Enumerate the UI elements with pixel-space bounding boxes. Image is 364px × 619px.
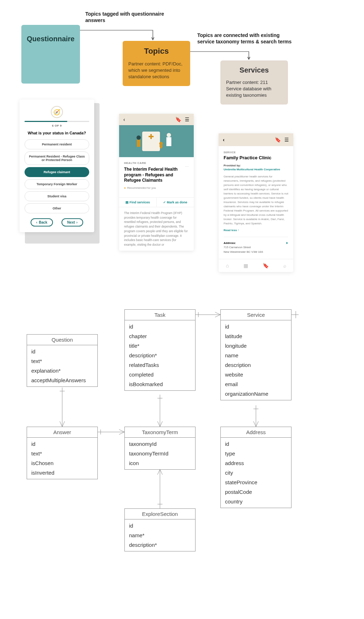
bookmark-tab-icon[interactable]: 🔖 [263, 263, 269, 268]
option-3[interactable]: Temporary Foreign Worker [25, 179, 89, 189]
back-icon[interactable]: ‹ [123, 117, 125, 122]
entity-question-title: Question [27, 335, 97, 345]
er-field: longitude [221, 341, 291, 351]
phone-questionnaire: 🧭 6 OF 9 What is your status in Canada? … [20, 100, 94, 232]
service-label: SERVICE [224, 151, 288, 154]
address-label: Address: [224, 241, 236, 245]
box-topics-desc: Partner content: PDF/Doc, which we segme… [128, 61, 184, 80]
option-5[interactable]: Other [25, 203, 89, 213]
er-field: title* [125, 341, 195, 351]
option-4[interactable]: Student visa [25, 191, 89, 201]
option-0[interactable]: Permanent resident [25, 139, 89, 149]
er-field: organizationName [221, 389, 291, 399]
provided-by-label: Provided by: [224, 164, 288, 167]
read-less-button[interactable]: Read less ↑ [224, 229, 288, 232]
annotation-topics-tagged: Topics tagged with questionnaire answers [85, 11, 185, 23]
progress-bar [25, 121, 89, 122]
er-field: website [221, 370, 291, 379]
entity-taxonomyterm-title: TaxonomyTerm [125, 427, 195, 438]
er-field: country [221, 497, 291, 506]
entity-exploresection: ExploreSection id name* description* [124, 508, 196, 551]
entity-answer-title: Answer [27, 427, 97, 438]
question-text: What is your status in Canada? [25, 131, 89, 135]
er-field: id [125, 322, 195, 331]
entity-exploresection-title: ExploreSection [125, 509, 195, 519]
er-field: taxonomyId [125, 439, 195, 449]
er-field: id [221, 439, 291, 449]
chevron-right-icon: › [76, 220, 77, 224]
search-icon[interactable]: ⌕ [283, 263, 286, 268]
topic-category: HEALTH CARE [124, 161, 189, 165]
phone-service: ‹ 🔖☰ SERVICE Family Practice Clinic Prov… [219, 133, 293, 272]
more-icon[interactable]: ⋯ [185, 165, 189, 169]
compass-icon: 🧭 [51, 106, 63, 118]
svg-point-5 [167, 133, 171, 137]
er-field: postalCode [221, 487, 291, 497]
address-line-2: New Westminster BC V3M 1E6 [224, 250, 288, 254]
check-icon: ✓ [163, 201, 166, 204]
entity-question: Question id text* explanation* acceptMul… [27, 334, 98, 387]
bookmark-icon[interactable]: 🔖 [275, 137, 281, 143]
er-field: latitude [221, 331, 291, 341]
box-questionnaire: Questionnaire [21, 25, 80, 84]
er-field: description* [125, 540, 195, 550]
er-field: id [27, 439, 97, 449]
service-description: General practitioner health services for… [224, 175, 288, 226]
location-icon[interactable]: ➤ [286, 241, 288, 245]
mark-done-button[interactable]: ✓ Mark as done [157, 198, 194, 207]
menu-icon[interactable]: ☰ [185, 117, 189, 122]
step-counter: 6 OF 9 [25, 124, 89, 127]
er-field: completed [125, 370, 195, 379]
option-1[interactable]: Permanent Resident - Refugee Class or Pr… [25, 151, 89, 165]
topic-title: The Interim Federal Health program - Ref… [124, 167, 185, 183]
back-icon[interactable]: ‹ [223, 137, 225, 143]
er-field: chapter [125, 331, 195, 341]
chevron-left-icon: ‹ [36, 220, 37, 224]
er-field: text* [27, 356, 97, 366]
svg-point-7 [159, 142, 163, 145]
home-icon[interactable]: ⌂ [226, 263, 229, 268]
er-field: isBookmarked [125, 379, 195, 389]
box-services-desc: Partner content: 211 Service database wi… [226, 79, 282, 99]
address-line-1: 715 Carnarvon Street [224, 245, 288, 249]
er-field: city [221, 468, 291, 477]
entity-taxonomyterm: TaxonomyTerm taxonomyId taxonomyTermId i… [124, 427, 196, 470]
next-button[interactable]: Next› [61, 218, 83, 226]
er-field: id [221, 322, 291, 331]
er-field: isChosen [27, 458, 97, 468]
er-field: taxonomyTermId [125, 449, 195, 458]
er-field: icon [125, 458, 195, 468]
svg-rect-2 [150, 134, 152, 139]
annotation-topics-connected: Topics are connected with existing servi… [197, 32, 297, 45]
book-icon[interactable]: ▦ [243, 263, 248, 268]
provider-link[interactable]: Umbrella Multicultural Health Cooperativ… [224, 168, 288, 171]
hero-illustration [119, 125, 194, 157]
menu-icon[interactable]: ☰ [284, 137, 289, 143]
list-icon: ▤ [125, 201, 129, 204]
er-field: address [221, 458, 291, 468]
find-services-button[interactable]: ▤ Find services [119, 198, 157, 207]
entity-address: Address id type address city stateProvin… [220, 427, 291, 508]
bookmark-icon[interactable]: 🔖 [175, 117, 181, 122]
entity-service-title: Service [221, 310, 291, 320]
svg-point-3 [136, 135, 141, 140]
er-field: description [221, 360, 291, 370]
box-questionnaire-title: Questionnaire [27, 35, 74, 43]
back-button[interactable]: ‹Back [31, 218, 53, 226]
svg-rect-6 [166, 137, 171, 146]
topic-body-text: The Interim Federal Health Program (IFHP… [119, 207, 194, 251]
box-services: Services Partner content: 211 Service da… [220, 60, 288, 105]
service-title: Family Practice Clinic [224, 155, 288, 160]
er-field: description* [125, 351, 195, 360]
box-topics: Topics Partner content: PDF/Doc, which w… [123, 41, 190, 86]
entity-address-title: Address [221, 427, 291, 438]
er-field: type [221, 449, 291, 458]
er-field: name [221, 351, 291, 360]
option-2[interactable]: Refugee claimant [25, 167, 89, 177]
phone-topic: ‹ 🔖☰ HEALTH CARE The Interim Federal Hea… [119, 114, 194, 251]
er-field: id [27, 347, 97, 356]
entity-service: Service id latitude longitude name descr… [220, 309, 291, 400]
er-field: relatedTasks [125, 360, 195, 370]
er-field: stateProvince [221, 477, 291, 487]
er-field: email [221, 379, 291, 389]
